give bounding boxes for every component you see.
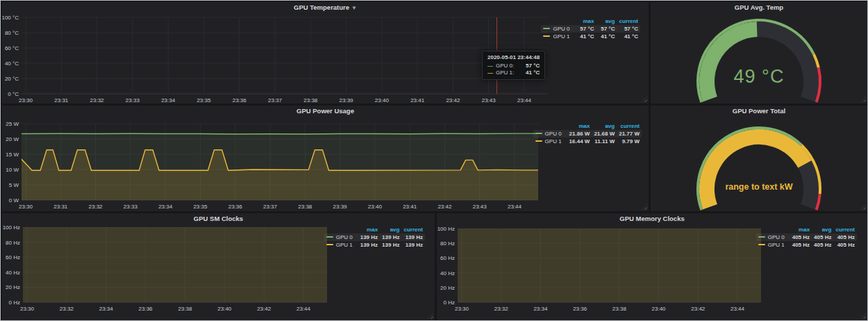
legend-row: GPU 1139 Hz139 Hz139 Hz bbox=[324, 241, 425, 249]
x-tick-label: 23:37 bbox=[268, 97, 283, 104]
legend-series-gpu-1[interactable]: GPU 1 bbox=[324, 241, 358, 249]
panel-gpu-power-total: GPU Power Total range to text kW bbox=[651, 106, 867, 211]
x-tick-label: 23:42 bbox=[691, 306, 706, 312]
power-usage-plot[interactable]: 0 W5 W10 W15 W20 W25 W23:3023:3123:3223:… bbox=[2, 106, 649, 211]
legend-row: GPU 0405 Hz405 Hz405 Hz bbox=[756, 233, 857, 241]
graph-tooltip: 2020-05-01 23:44:48 — GPU 0: 57 °C — GPU… bbox=[482, 51, 545, 80]
legend-series-gpu-1[interactable]: GPU 1 bbox=[541, 33, 575, 40]
x-tick-label: 23:31 bbox=[54, 97, 69, 104]
legend-row: GPU 1405 Hz405 Hz405 Hz bbox=[756, 241, 857, 249]
y-tick-label: 80 °C bbox=[5, 30, 19, 36]
legend-value: 41 °C bbox=[575, 33, 596, 40]
x-tick-label: 23:36 bbox=[573, 306, 587, 312]
panel-gpu-avg-temp: GPU Avg. Temp 49 °C bbox=[651, 2, 867, 104]
series-dash-icon: — bbox=[487, 63, 493, 69]
y-tick-label: 0 W bbox=[9, 197, 19, 204]
gauge-fill bbox=[707, 137, 805, 207]
x-tick-label: 23:43 bbox=[473, 204, 487, 210]
x-tick-label: 23:32 bbox=[494, 306, 509, 312]
legend-value: 405 Hz bbox=[790, 233, 812, 241]
x-tick-label: 23:44 bbox=[297, 306, 311, 312]
legend-col-current[interactable]: current bbox=[833, 226, 857, 233]
legend-header-row: maxavgcurrent bbox=[324, 226, 425, 233]
tooltip-series-label: GPU 1: bbox=[496, 69, 514, 76]
legend-col-avg[interactable]: avg bbox=[596, 17, 617, 25]
legend-series-gpu-1[interactable]: GPU 1 bbox=[533, 138, 567, 145]
legend-value: 405 Hz bbox=[812, 241, 833, 249]
legend-value: 139 Hz bbox=[358, 233, 380, 241]
legend-col-current[interactable]: current bbox=[617, 17, 640, 25]
panel-gpu-power-usage: GPU Power Usage 0 W5 W10 W15 W20 W25 W23… bbox=[2, 106, 649, 211]
x-tick-label: 23:40 bbox=[375, 97, 390, 104]
y-tick-label: 40 Hz bbox=[440, 270, 455, 277]
gauge-value: 49 °C bbox=[651, 66, 867, 88]
legend-value: 11.11 W bbox=[592, 138, 617, 145]
y-tick-label: 40 °C bbox=[5, 60, 19, 67]
power-total-gauge bbox=[651, 106, 867, 211]
y-tick-label: 80 Hz bbox=[6, 240, 20, 246]
y-tick-label: 60 °C bbox=[5, 45, 19, 51]
legend-col-avg[interactable]: avg bbox=[592, 122, 617, 130]
x-tick-label: 23:39 bbox=[333, 204, 348, 210]
legend-series-gpu-0[interactable]: GPU 0 bbox=[756, 233, 790, 241]
y-tick-label: 10 W bbox=[6, 167, 19, 173]
y-tick-label: 20 W bbox=[6, 136, 19, 142]
avg-temp-gauge bbox=[651, 2, 867, 104]
x-tick-label: 23:34 bbox=[99, 306, 114, 312]
legend-header-spacer bbox=[541, 17, 575, 25]
legend-value: 139 Hz bbox=[380, 233, 401, 241]
legend-value: 21.86 W bbox=[567, 130, 592, 138]
x-tick-label: 23:39 bbox=[340, 97, 354, 104]
legend-series-gpu-0[interactable]: GPU 0 bbox=[533, 130, 567, 138]
legend-value: 57 °C bbox=[575, 25, 596, 33]
legend-value: 21.77 W bbox=[617, 130, 642, 138]
legend-col-avg[interactable]: avg bbox=[380, 226, 401, 233]
legend-table: maxavgcurrentGPU 021.86 W21.68 W21.77 WG… bbox=[533, 122, 642, 145]
x-tick-label: 23:34 bbox=[161, 97, 176, 104]
y-tick-label: 0 °C bbox=[8, 91, 19, 97]
panel-gpu-memory-clocks: GPU Memory Clocks 0 Hz20 Hz40 Hz60 Hz80 … bbox=[437, 213, 867, 320]
legend-col-max[interactable]: max bbox=[567, 122, 592, 130]
tooltip-series-value: 41 °C bbox=[519, 69, 540, 76]
legend-value: 139 Hz bbox=[401, 241, 425, 249]
legend-row: GPU 116.44 W11.11 W9.79 W bbox=[533, 138, 642, 145]
legend-series-gpu-1[interactable]: GPU 1 bbox=[756, 241, 790, 249]
y-tick-label: 0 Hz bbox=[444, 299, 455, 306]
panel-gpu-temperature: GPU Temperature▼ 0 °C20 °C40 °C60 °C80 °… bbox=[2, 2, 649, 104]
legend-col-max[interactable]: max bbox=[575, 17, 596, 25]
legend-col-avg[interactable]: avg bbox=[812, 226, 833, 233]
legend-series-gpu-0[interactable]: GPU 0 bbox=[324, 233, 358, 241]
x-tick-label: 23:38 bbox=[178, 306, 192, 312]
x-tick-label: 23:40 bbox=[368, 204, 383, 210]
y-tick-label: 20 °C bbox=[5, 76, 19, 82]
legend-series-gpu-0[interactable]: GPU 0 bbox=[541, 25, 575, 33]
x-tick-label: 23:44 bbox=[517, 97, 532, 104]
x-tick-label: 23:38 bbox=[612, 306, 627, 312]
series-dash-icon: — bbox=[487, 69, 493, 76]
y-tick-label: 25 W bbox=[6, 121, 19, 127]
x-tick-label: 23:30 bbox=[20, 306, 35, 312]
legend-table: maxavgcurrentGPU 0405 Hz405 Hz405 HzGPU … bbox=[756, 226, 857, 249]
legend-value: 139 Hz bbox=[380, 241, 401, 249]
legend-col-current[interactable]: current bbox=[401, 226, 425, 233]
legend-col-max[interactable]: max bbox=[358, 226, 380, 233]
y-tick-label: 60 Hz bbox=[440, 255, 455, 261]
y-tick-label: 100 °C bbox=[2, 15, 19, 21]
series-swatch-icon bbox=[758, 244, 765, 245]
series-swatch-icon bbox=[543, 35, 550, 37]
x-tick-label: 23:38 bbox=[303, 97, 318, 104]
tooltip-series-value: 57 °C bbox=[519, 63, 540, 69]
x-tick-label: 23:31 bbox=[53, 204, 68, 210]
x-tick-label: 23:32 bbox=[60, 306, 74, 312]
y-tick-label: 5 W bbox=[9, 182, 19, 188]
legend-col-current[interactable]: current bbox=[617, 122, 642, 130]
tooltip-timestamp: 2020-05-01 23:44:48 bbox=[487, 54, 540, 60]
series-swatch-icon bbox=[535, 140, 542, 142]
legend-header-spacer bbox=[533, 122, 567, 130]
x-tick-label: 23:35 bbox=[193, 204, 208, 210]
legend-col-max[interactable]: max bbox=[790, 226, 812, 233]
series-area-gpu-1 bbox=[458, 229, 761, 302]
x-tick-label: 23:35 bbox=[197, 97, 211, 104]
tooltip-series-label: GPU 0: bbox=[496, 63, 514, 69]
y-tick-label: 20 Hz bbox=[6, 284, 20, 290]
